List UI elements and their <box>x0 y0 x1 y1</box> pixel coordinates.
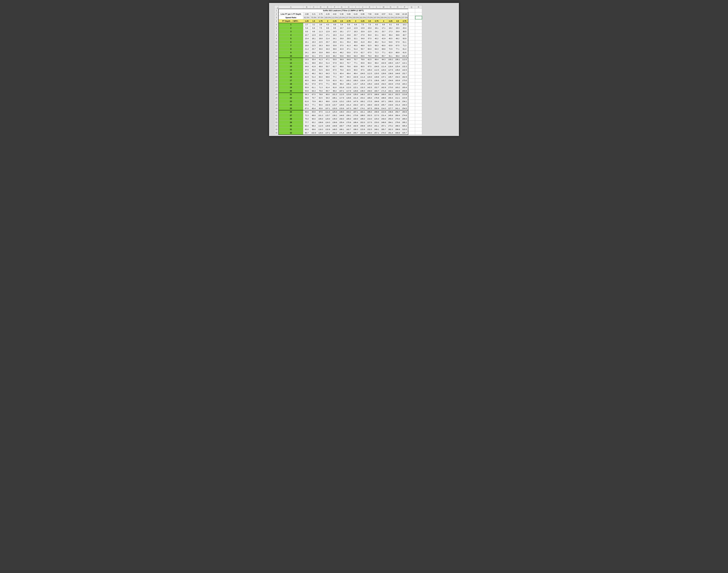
value-d28-c4[interactable]: 135.0 <box>331 117 338 121</box>
value-d30-c12[interactable]: 273.2 <box>387 124 394 128</box>
value-d11-c11[interactable]: 94.3 <box>380 58 387 61</box>
col-header-I[interactable]: I <box>352 5 359 9</box>
col-header-F[interactable]: F <box>331 5 338 9</box>
value-d14-c1[interactable]: 45.0 <box>310 68 317 72</box>
value-d28-c1[interactable]: 90.0 <box>310 117 317 121</box>
value-d24-c6[interactable]: 141.4 <box>345 103 352 107</box>
value-d4-c6[interactable]: 23.6 <box>345 33 352 37</box>
value-d1-c8[interactable]: 7.0 <box>359 23 366 27</box>
value-d32-c1[interactable]: 102.9 <box>310 131 317 135</box>
label-speedratio[interactable]: Speed Ratio <box>278 16 303 19</box>
value-d16-c4[interactable]: 77.1 <box>331 75 338 79</box>
value-d30-c9[interactable]: 225.0 <box>366 124 373 128</box>
value-d14-c5[interactable]: 75.0 <box>338 68 345 72</box>
speedratio-14[interactable]: 237.5% <box>401 16 408 19</box>
value-d12-c3[interactable]: 51.4 <box>324 61 331 65</box>
value-d12-c14[interactable]: 122.1 <box>401 61 408 65</box>
value-d28-c7[interactable]: 180.0 <box>352 117 359 121</box>
value-d25-c7[interactable]: 160.7 <box>352 107 359 110</box>
value-d21-c10[interactable]: 168.8 <box>373 93 380 96</box>
mph-0[interactable]: 1.25 <box>303 19 310 23</box>
empty-cell[interactable] <box>408 47 415 51</box>
value-d13-c0[interactable]: 34.8 <box>303 65 310 68</box>
empty-cell[interactable] <box>415 75 422 79</box>
value-d16-c9[interactable]: 120.0 <box>366 75 373 79</box>
mph-5[interactable]: 2.5 <box>338 19 345 23</box>
value-d18-c5[interactable]: 96.4 <box>338 82 345 86</box>
value-d27-c10[interactable]: 217.0 <box>373 114 380 117</box>
value-d5-c10[interactable]: 40.2 <box>373 37 380 40</box>
value-d32-c13[interactable]: 308.6 <box>394 131 401 135</box>
value-d12-c1[interactable]: 38.6 <box>310 61 317 65</box>
value-d12-c5[interactable]: 64.3 <box>338 61 345 65</box>
value-d5-c0[interactable]: 13.4 <box>303 37 310 40</box>
value-d25-c0[interactable]: 67.0 <box>303 107 310 110</box>
value-d28-c5[interactable]: 150.0 <box>338 117 345 121</box>
mph-11[interactable]: 4 <box>380 19 387 23</box>
value-d10-c10[interactable]: 80.4 <box>373 54 380 58</box>
value-d17-c13[interactable]: 163.9 <box>394 79 401 82</box>
value-d19-c0[interactable]: 50.9 <box>303 86 310 89</box>
mph-6[interactable]: 2.75 <box>345 19 352 23</box>
value-d18-c4[interactable]: 86.8 <box>331 82 338 86</box>
empty-cell[interactable] <box>408 75 415 79</box>
value-d32-c14[interactable]: 325.7 <box>401 131 408 135</box>
value-d22-c6[interactable]: 129.6 <box>345 96 352 100</box>
value-d22-c12[interactable]: 200.4 <box>387 96 394 100</box>
lineft-5[interactable]: 5.36 <box>338 12 345 16</box>
empty-cell[interactable] <box>408 19 415 23</box>
value-d24-c14[interactable]: 244.3 <box>401 103 408 107</box>
value-d21-c6[interactable]: 123.8 <box>345 93 352 96</box>
col-header-Q[interactable]: Q <box>408 5 415 9</box>
value-d9-c13[interactable]: 86.8 <box>394 51 401 54</box>
value-d4-c1[interactable]: 12.9 <box>310 33 317 37</box>
lineft-4[interactable]: 4.82 <box>331 12 338 16</box>
lineft-12[interactable]: 9.11 <box>387 12 394 16</box>
value-d28-c9[interactable]: 210.0 <box>366 117 373 121</box>
row-header-28[interactable]: 28 <box>274 103 278 107</box>
value-d29-c4[interactable]: 139.8 <box>331 121 338 124</box>
value-d30-c10[interactable]: 241.1 <box>373 124 380 128</box>
value-d9-c6[interactable]: 53.0 <box>345 51 352 54</box>
value-d7-c1[interactable]: 22.5 <box>310 44 317 47</box>
value-d3-c10[interactable]: 24.1 <box>373 30 380 33</box>
value-d20-c5[interactable]: 107.1 <box>338 89 345 93</box>
value-d2-c5[interactable]: 10.7 <box>338 27 345 30</box>
value-d19-c1[interactable]: 61.1 <box>310 86 317 89</box>
value-d31-c9[interactable]: 232.5 <box>366 128 373 131</box>
empty-cell[interactable] <box>408 33 415 37</box>
value-d3-c9[interactable]: 22.5 <box>366 30 373 33</box>
value-d30-c6[interactable]: 176.8 <box>345 124 352 128</box>
col-header-R[interactable]: R <box>415 5 422 9</box>
value-d4-c8[interactable]: 27.9 <box>359 33 366 37</box>
speedratio-3[interactable]: 100.0% <box>324 16 331 19</box>
value-d14-c9[interactable]: 105.0 <box>366 68 373 72</box>
value-d4-c11[interactable]: 34.3 <box>380 33 387 37</box>
value-d19-c12[interactable]: 173.0 <box>387 86 394 89</box>
value-d13-c10[interactable]: 104.5 <box>373 65 380 68</box>
value-d22-c13[interactable]: 212.1 <box>394 96 401 100</box>
value-d24-c1[interactable]: 77.1 <box>310 103 317 107</box>
value-d15-c2[interactable]: 56.3 <box>317 72 324 75</box>
value-d3-c4[interactable]: 14.5 <box>331 30 338 33</box>
value-d32-c5[interactable]: 171.4 <box>338 131 345 135</box>
value-d9-c11[interactable]: 77.1 <box>380 51 387 54</box>
value-d30-c1[interactable]: 96.4 <box>310 124 317 128</box>
empty-cell[interactable] <box>408 65 415 68</box>
empty-cell[interactable] <box>415 121 422 124</box>
depth-label-2[interactable]: 2 <box>278 27 303 30</box>
value-d2-c10[interactable]: 16.1 <box>373 27 380 30</box>
value-d27-c1[interactable]: 86.8 <box>310 114 317 117</box>
value-d5-c14[interactable]: 50.9 <box>401 37 408 40</box>
speedratio-12[interactable]: 212.5% <box>387 16 394 19</box>
value-d29-c13[interactable]: 279.6 <box>394 121 401 124</box>
row-header-12[interactable]: 12 <box>274 47 278 51</box>
value-d20-c3[interactable]: 85.7 <box>324 89 331 93</box>
value-d28-c12[interactable]: 255.0 <box>387 117 394 121</box>
depth-label-32[interactable]: 32 <box>278 131 303 135</box>
value-d5-c11[interactable]: 42.9 <box>380 37 387 40</box>
depth-label-27[interactable]: 27 <box>278 114 303 117</box>
value-d16-c12[interactable]: 145.7 <box>387 75 394 79</box>
value-d23-c8[interactable]: 160.2 <box>359 100 366 103</box>
depth-label-13[interactable]: 13 <box>278 65 303 68</box>
